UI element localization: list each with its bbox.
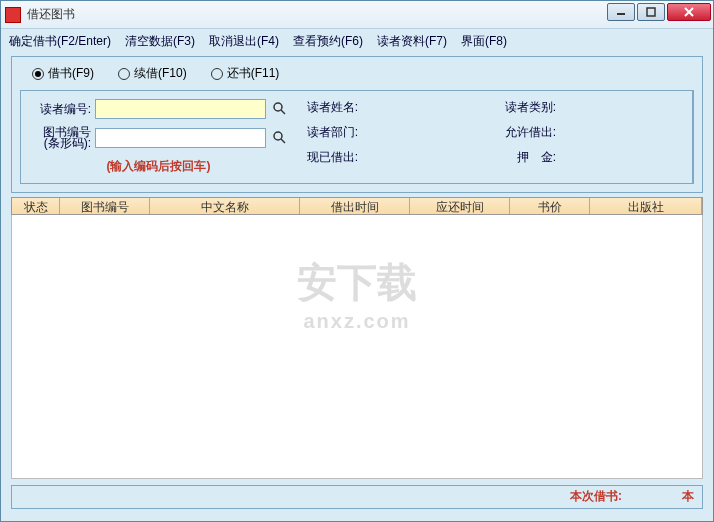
menu-confirm[interactable]: 确定借书(F2/Enter) [9, 33, 111, 50]
svg-point-6 [274, 132, 282, 140]
window-controls [607, 3, 711, 21]
form-right: 读者类别: 允许借出: 押 金: [494, 99, 684, 175]
radio-renew[interactable]: 续借(F10) [118, 65, 187, 82]
titlebar: 借还图书 [1, 1, 713, 29]
menu-ui[interactable]: 界面(F8) [461, 33, 507, 50]
th-lend-time[interactable]: 借出时间 [300, 198, 410, 214]
th-publisher[interactable]: 出版社 [590, 198, 702, 214]
input-hint: (输入编码后按回车) [29, 158, 288, 175]
already-lent-label: 现已借出: [296, 149, 358, 166]
status-footer: 本次借书: 本 [11, 485, 703, 509]
footer-label: 本次借书: [570, 488, 622, 505]
reader-name-label: 读者姓名: [296, 99, 358, 116]
reader-id-input[interactable] [95, 99, 266, 119]
radio-icon [118, 68, 130, 80]
radio-borrow-label: 借书(F9) [48, 65, 94, 82]
app-icon [5, 7, 21, 23]
window-title: 借还图书 [27, 6, 75, 23]
menu-reserve[interactable]: 查看预约(F6) [293, 33, 363, 50]
menu-clear[interactable]: 清空数据(F3) [125, 33, 195, 50]
form-area: 读者编号: 图书编号(条形码): (输入编码后按回车) [20, 90, 694, 184]
maximize-icon [646, 7, 656, 17]
menu-cancel[interactable]: 取消退出(F4) [209, 33, 279, 50]
footer-unit: 本 [682, 488, 694, 505]
th-book-id[interactable]: 图书编号 [60, 198, 150, 214]
window: 借还图书 确定借书(F2/Enter) 清空数据(F3) 取消退出(F4) 查看… [0, 0, 714, 522]
form-left: 读者编号: 图书编号(条形码): (输入编码后按回车) [29, 99, 288, 175]
menubar: 确定借书(F2/Enter) 清空数据(F3) 取消退出(F4) 查看预约(F6… [1, 29, 713, 54]
table-header: 状态 图书编号 中文名称 借出时间 应还时间 书价 出版社 [11, 197, 703, 215]
radio-return-label: 还书(F11) [227, 65, 280, 82]
svg-rect-1 [647, 8, 655, 16]
book-id-input[interactable] [95, 128, 266, 148]
reader-dept-label: 读者部门: [296, 124, 358, 141]
radio-icon [211, 68, 223, 80]
reader-type-label: 读者类别: [494, 99, 556, 116]
minimize-button[interactable] [607, 3, 635, 21]
th-price[interactable]: 书价 [510, 198, 590, 214]
mode-radio-group: 借书(F9) 续借(F10) 还书(F11) [20, 63, 694, 90]
table-body[interactable]: 安下载 anxz.com [11, 215, 703, 479]
search-icon[interactable] [272, 130, 288, 146]
menu-reader[interactable]: 读者资料(F7) [377, 33, 447, 50]
allow-lend-label: 允许借出: [494, 124, 556, 141]
reader-id-label: 读者编号: [29, 101, 91, 118]
deposit-label: 押 金: [494, 149, 556, 166]
book-id-label: 图书编号(条形码): [29, 127, 91, 150]
main-panel: 借书(F9) 续借(F10) 还书(F11) 读者编号: [11, 56, 703, 193]
radio-renew-label: 续借(F10) [134, 65, 187, 82]
minimize-icon [616, 7, 626, 17]
search-icon[interactable] [272, 101, 288, 117]
svg-point-4 [274, 103, 282, 111]
form-side-panel [692, 91, 693, 183]
th-due-time[interactable]: 应还时间 [410, 198, 510, 214]
svg-line-7 [281, 139, 285, 143]
th-zh-name[interactable]: 中文名称 [150, 198, 300, 214]
close-icon [683, 7, 695, 17]
svg-line-5 [281, 110, 285, 114]
maximize-button[interactable] [637, 3, 665, 21]
radio-icon [32, 68, 44, 80]
watermark: 安下载 anxz.com [297, 255, 417, 333]
form-mid: 读者姓名: 读者部门: 现已借出: [296, 99, 486, 175]
close-button[interactable] [667, 3, 711, 21]
radio-return[interactable]: 还书(F11) [211, 65, 280, 82]
th-status[interactable]: 状态 [12, 198, 60, 214]
radio-borrow[interactable]: 借书(F9) [32, 65, 94, 82]
